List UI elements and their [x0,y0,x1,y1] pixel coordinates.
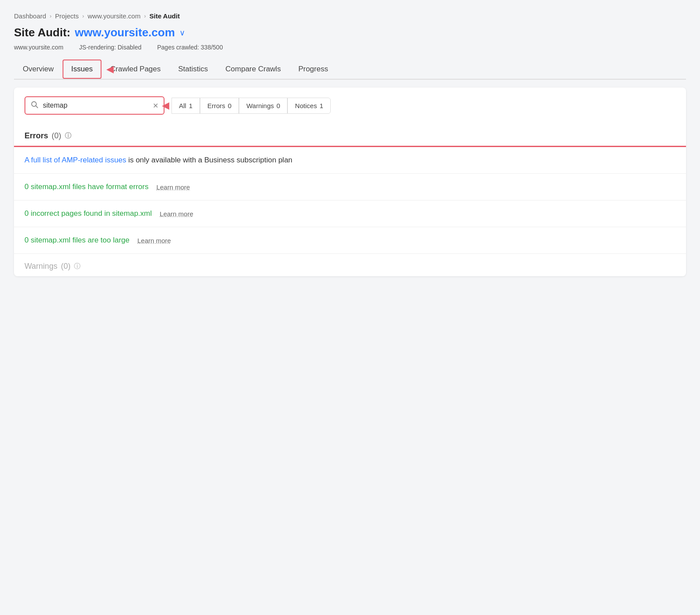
filter-warnings-count: 0 [276,102,280,109]
filter-row: ✕ ◀ All 1 Errors 0 Warnings 0 Notices [14,88,686,123]
breadcrumb-projects[interactable]: Projects [55,12,79,20]
page-title-site[interactable]: www.yoursite.com [75,26,175,39]
amp-issue-text: A full list of AMP-related issues is onl… [24,156,292,165]
format-errors-text: 0 sitemap.xml files have format errors [24,183,148,191]
warnings-label: Warnings [24,262,57,271]
search-icon [31,101,38,110]
filter-errors-label: Errors [207,102,225,109]
amp-issue-suffix: is only available with a Business subscr… [126,156,292,164]
filter-errors-count: 0 [228,102,231,109]
filter-notices-count: 1 [319,102,323,109]
breadcrumb-sep-1: › [49,13,51,19]
errors-section-header: Errors (0) ⓘ [14,123,686,146]
amp-issue-link[interactable]: A full list of AMP-related issues [24,156,126,164]
warnings-section-header: Warnings (0) ⓘ [14,254,686,276]
site-dropdown-icon[interactable]: ∨ [179,28,185,38]
filter-all-label: All [179,102,186,109]
nav-tabs: Overview Issues ◀ Crawled Pages Statisti… [14,60,686,80]
too-large-text: 0 sitemap.xml files are too large [24,236,130,245]
amp-issue-row: A full list of AMP-related issues is onl… [14,147,686,174]
incorrect-pages-learn-more[interactable]: Learn more [160,210,193,218]
format-errors-learn-more[interactable]: Learn more [156,183,190,191]
filter-arrow-indicator: ◀ [162,100,169,111]
tab-compare-crawls[interactable]: Compare Crawls [217,60,290,79]
page-title-prefix: Site Audit: [14,26,70,39]
warnings-count: (0) [61,262,70,271]
page-title-area: Site Audit: www.yoursite.com ∨ [14,26,686,39]
site-meta: www.yoursite.com JS-rendering: Disabled … [14,44,686,51]
errors-count: (0) [52,131,61,141]
errors-label: Errors [24,131,48,141]
issues-tab-arrow: ◀ [106,63,114,75]
site-url: www.yoursite.com [14,44,63,51]
breadcrumb-sep-3: › [144,13,146,19]
search-box[interactable]: ✕ [24,96,164,115]
errors-info-icon[interactable]: ⓘ [65,132,71,140]
filter-notices-button[interactable]: Notices 1 [287,98,330,114]
breadcrumb: Dashboard › Projects › www.yoursite.com … [14,12,686,20]
js-rendering-status: JS-rendering: Disabled [79,44,141,51]
filter-notices-label: Notices [295,102,317,109]
breadcrumb-site[interactable]: www.yoursite.com [88,12,140,20]
search-clear-button[interactable]: ✕ [153,102,158,110]
breadcrumb-dashboard[interactable]: Dashboard [14,12,46,20]
filter-buttons: ◀ All 1 Errors 0 Warnings 0 Notices 1 [172,98,331,114]
filter-errors-button[interactable]: Errors 0 [200,98,239,114]
incorrect-pages-text: 0 incorrect pages found in sitemap.xml [24,209,152,218]
format-errors-row: 0 sitemap.xml files have format errors L… [14,174,686,200]
content-card: ✕ ◀ All 1 Errors 0 Warnings 0 Notices [14,88,686,276]
tab-issues[interactable]: Issues [63,60,102,79]
filter-warnings-button[interactable]: Warnings 0 [239,98,287,114]
tab-progress[interactable]: Progress [290,60,337,79]
filter-warnings-label: Warnings [246,102,274,109]
breadcrumb-sep-2: › [82,13,84,19]
tab-overview[interactable]: Overview [14,60,63,79]
page-wrapper: Dashboard › Projects › www.yoursite.com … [0,0,700,615]
filter-all-button[interactable]: All 1 [172,98,200,114]
tab-statistics[interactable]: Statistics [169,60,217,79]
warnings-info-icon[interactable]: ⓘ [74,262,80,271]
too-large-learn-more[interactable]: Learn more [137,237,171,244]
pages-crawled: Pages crawled: 338/500 [157,44,223,51]
filter-all-count: 1 [189,102,192,109]
too-large-row: 0 sitemap.xml files are too large Learn … [14,227,686,254]
breadcrumb-site-audit: Site Audit [149,12,179,20]
search-input[interactable] [43,102,148,109]
incorrect-pages-row: 0 incorrect pages found in sitemap.xml L… [14,200,686,227]
svg-line-1 [36,106,38,108]
